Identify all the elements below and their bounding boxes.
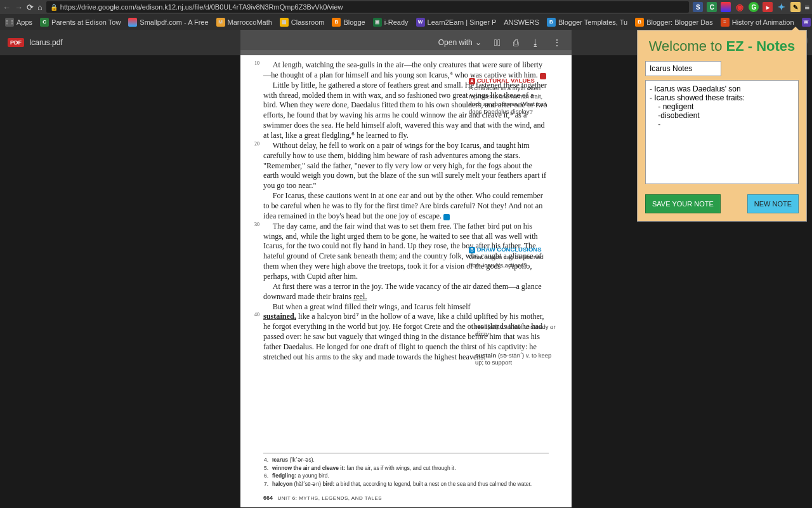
browser-toolbar: ← → ⟳ ⌂ 🔒 https://drive.google.com/a/edi… xyxy=(0,0,812,14)
body-paragraph: At first there was a terror in the joy. … xyxy=(263,282,549,302)
lock-icon: 🔒 xyxy=(50,4,58,11)
bookmark-item[interactable]: BBlogge xyxy=(332,18,365,27)
bookmark-item[interactable]: BBlogger Templates, Tu xyxy=(547,18,627,27)
ext-icon[interactable]: ✦ xyxy=(776,2,787,12)
margin-annotation: B DRAW CONCLUSIONS What lesson can be le… xyxy=(469,246,551,269)
eznotes-popup: Welcome to EZ - Notes SAVE YOUR NOTE NEW… xyxy=(637,30,807,222)
bookmark-item[interactable]: Smallpdf.com - A Free xyxy=(128,18,208,27)
forward-icon[interactable]: → xyxy=(15,3,23,12)
back-icon[interactable]: ← xyxy=(3,3,11,12)
ext-icon[interactable]: ◉ xyxy=(735,2,745,12)
page-footer: 664 UNIT 6: MYTHS, LEGENDS, AND TALES xyxy=(263,495,382,501)
document-page: 10 At length, watching the sea-gulls in … xyxy=(240,50,572,507)
note-body-textarea[interactable] xyxy=(645,80,799,184)
annotation-letter-icon: A xyxy=(469,78,475,84)
bookmark-item[interactable]: CParents at Edison Tow xyxy=(40,18,121,27)
ext-icon[interactable]: ▸ xyxy=(763,2,773,12)
margin-annotation: A CULTURAL VALUES A character in a myth … xyxy=(469,77,551,116)
bookmark-item[interactable]: MMarroccoMath xyxy=(216,18,272,27)
body-paragraph: Without delay, he fell to work on a pair… xyxy=(263,141,549,191)
pdf-badge: PDF xyxy=(8,38,24,47)
footnotes: 4.Icarus (ĭkʹər-əs). 5.winnow the air an… xyxy=(263,453,549,488)
vocab-entry: reel (rēl) v. to feel unsteady or dizzy xyxy=(475,323,561,337)
home-icon[interactable]: ⌂ xyxy=(37,3,43,12)
line-number: 20 xyxy=(254,141,259,147)
ext-icon[interactable]: C xyxy=(707,2,717,12)
bookmark-item[interactable]: ≡History of Animation xyxy=(721,18,794,27)
annotation-letter-icon: B xyxy=(469,247,475,253)
bookmark-item[interactable]: BBlogger: Blogger Das xyxy=(635,18,713,27)
download-icon[interactable]: ⭳ xyxy=(531,37,540,48)
body-paragraph: For Icarus, these cautions went in at on… xyxy=(263,191,549,222)
more-icon[interactable]: ⋮ xyxy=(553,37,561,48)
eznotes-ext-icon[interactable]: ✎ xyxy=(790,2,801,12)
bookmark-item[interactable]: WLearn2Earn xyxy=(802,18,812,27)
extension-icons: S C ◉ G ▸ ✦ ✎ ≡ xyxy=(693,2,809,12)
save-note-button[interactable]: SAVE YOUR NOTE xyxy=(645,194,721,213)
document-title: Icarus.pdf xyxy=(29,38,63,47)
url-text: https://drive.google.com/a/edison.k12.nj… xyxy=(60,3,343,11)
viewer-toolbar: Open with ⌄ ✚⃝ ⎙ ⭳ ⋮ xyxy=(240,30,572,55)
line-number: 30 xyxy=(254,222,259,228)
ext-icon[interactable] xyxy=(721,2,731,12)
bookmarks-bar: ⋮⋮Apps CParents at Edison Tow Smallpdf.c… xyxy=(0,14,812,30)
popup-anchor-icon xyxy=(792,27,799,30)
vocab-entry: sustain (sə-stānʹ) v. to keep up; to sup… xyxy=(475,352,561,366)
menu-icon[interactable]: ≡ xyxy=(804,3,809,12)
new-note-button[interactable]: NEW NOTE xyxy=(747,194,799,213)
add-to-drive-icon[interactable]: ✚⃝ xyxy=(494,37,501,48)
bookmark-item[interactable]: ▣i-Ready xyxy=(373,18,409,27)
annotation-marker-b: B xyxy=(443,214,450,220)
bookmark-item[interactable]: WLearn2Earn | Singer P xyxy=(416,18,497,27)
bookmark-item[interactable]: ▦Classroom xyxy=(280,18,325,27)
bookmark-item[interactable]: ⋮⋮Apps xyxy=(5,18,32,27)
ext-icon[interactable]: G xyxy=(749,2,759,12)
eznotes-header: Welcome to EZ - Notes xyxy=(645,38,799,55)
line-number: 10 xyxy=(254,60,259,67)
ext-icon[interactable]: S xyxy=(693,2,703,12)
note-title-input[interactable] xyxy=(645,61,721,76)
bookmark-item[interactable]: ANSWERS xyxy=(504,18,539,26)
print-icon[interactable]: ⎙ xyxy=(513,37,518,48)
chevron-down-icon: ⌄ xyxy=(475,38,481,47)
line-number: 40 xyxy=(254,312,259,318)
reload-icon[interactable]: ⟳ xyxy=(27,3,34,12)
body-paragraph: But when a great wind filled their wings… xyxy=(263,302,549,312)
open-with-dropdown[interactable]: Open with ⌄ xyxy=(438,38,481,47)
url-bar[interactable]: 🔒 https://drive.google.com/a/edison.k12.… xyxy=(46,1,690,13)
